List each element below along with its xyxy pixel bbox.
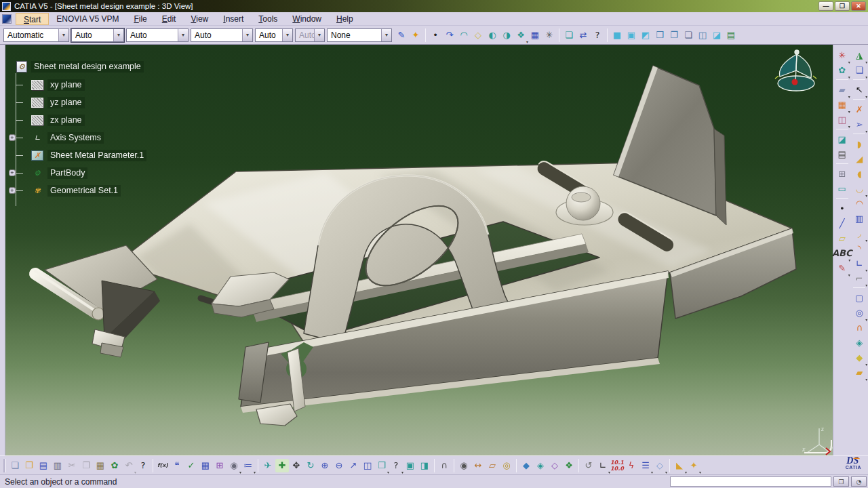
new-icon[interactable]: ❏ [8, 459, 22, 472]
normal-view-icon[interactable]: ↗ [347, 459, 360, 472]
comment-icon[interactable]: ❝ [170, 459, 184, 472]
bend-from-flat-icon[interactable]: ∟ [852, 256, 867, 270]
shading-icon[interactable]: ◆ [519, 459, 533, 472]
zoom-in-icon[interactable]: ⊕ [318, 459, 332, 472]
paste-icon[interactable]: ▦ [94, 459, 107, 472]
unfold-icon[interactable]: ⌐ [852, 270, 867, 285]
formula-icon[interactable]: f(x) [156, 459, 170, 472]
render-wireframe-icon[interactable]: ❏ [682, 28, 695, 42]
tree-node-label[interactable]: Sheet metal design example [31, 61, 144, 73]
cut-icon[interactable]: ✂ [65, 459, 79, 472]
look-at-icon[interactable]: ▣ [403, 459, 417, 472]
print-icon[interactable]: ▥ [51, 459, 64, 472]
render-shaded-icon[interactable]: ■ [610, 28, 624, 42]
surface-arc-icon[interactable]: ◠ [457, 28, 471, 42]
catalog-browser-icon[interactable]: ✿ [108, 459, 121, 472]
spline-icon[interactable]: ↷ [443, 28, 456, 42]
tree-node-label[interactable]: Axis Systems [47, 132, 104, 144]
power-input[interactable] [670, 476, 831, 487]
face-view-alt-icon[interactable]: ◑ [500, 28, 513, 42]
pan-icon[interactable]: ✥ [290, 459, 303, 472]
hem-icon[interactable]: ◡ [852, 181, 867, 196]
menu-view[interactable]: View [183, 13, 216, 25]
stamp-icon[interactable]: ◈ [852, 335, 867, 350]
wall-on-edge-icon[interactable]: ◢ [852, 151, 867, 166]
datum-save-icon[interactable]: ▤ [835, 146, 850, 161]
toolbar-overflow-indicator[interactable] [804, 440, 831, 455]
wall-icon[interactable]: ◗ [852, 136, 867, 151]
menu-window[interactable]: Window [285, 13, 329, 25]
calculator-icon[interactable]: ▦ [199, 459, 212, 472]
full-screen-icon[interactable]: ◨ [418, 459, 431, 472]
chevron-down-icon[interactable]: ▾ [282, 29, 292, 41]
face-view-icon[interactable]: ◐ [486, 28, 499, 42]
undo-icon[interactable]: ↶ [122, 459, 136, 472]
save-icon[interactable]: ▤ [37, 459, 50, 472]
chevron-down-icon[interactable]: ▾ [381, 29, 391, 41]
axis-system-icon[interactable]: ∟ [596, 459, 610, 472]
combo-auto-1[interactable]: Auto ▾ [71, 28, 124, 42]
lock-icon[interactable]: ◉ [227, 459, 241, 472]
tree-node-label[interactable]: PartBody [47, 167, 87, 179]
zoom-out-icon[interactable]: ⊖ [332, 459, 346, 472]
tree-xy-plane[interactable]: xy plane [8, 76, 212, 94]
sheet-metal-parameters-icon[interactable]: ✗ [852, 102, 867, 117]
equivalent-dimensions-icon[interactable]: ≔ [241, 459, 255, 472]
render-material-icon[interactable]: ◪ [710, 28, 724, 42]
surface-panel-icon[interactable]: ❏ [562, 28, 576, 42]
measure-between-icon[interactable]: ↔ [471, 459, 485, 472]
compass-anchor-dot[interactable] [792, 79, 798, 85]
restore-button[interactable]: ❐ [835, 1, 850, 11]
knowledge-spark-icon[interactable]: ✦ [409, 28, 422, 42]
toolbar-grip[interactable] [3, 459, 6, 472]
tree-expander-icon[interactable]: + [9, 169, 16, 176]
grid-table-icon[interactable]: ⊞ [835, 166, 850, 181]
tear-drop-icon[interactable]: ◠ [852, 196, 867, 211]
tree-sheet-metal-parameter[interactable]: ✗ Sheet Metal Parameter.1 [8, 146, 212, 164]
draft-analysis-icon[interactable]: ◇ [548, 459, 561, 472]
minimize-button[interactable]: — [818, 1, 833, 11]
update-icon[interactable]: ↺ [582, 459, 595, 472]
knowledge-edit-icon[interactable]: ✎ [395, 28, 408, 42]
menu-help[interactable]: Help [329, 13, 361, 25]
combo-auto-2[interactable]: Auto ▾ [126, 28, 189, 42]
chevron-down-icon[interactable]: ▾ [178, 29, 188, 41]
fly-mode-icon[interactable]: ✈ [261, 459, 275, 472]
tree-node-label[interactable]: Geometrical Set.1 [47, 185, 121, 197]
whats-this-icon[interactable]: ? [136, 459, 150, 472]
iso-view-icon[interactable]: ❒ [375, 459, 389, 472]
menu-start[interactable]: Start [16, 13, 49, 25]
dialog-dock-icon[interactable]: ❐ [833, 476, 849, 487]
rotate-icon[interactable]: ↻ [304, 459, 317, 472]
tree-geometrical-set[interactable]: + ✾ Geometrical Set.1 [8, 182, 212, 199]
levels-icon[interactable]: ☰ [639, 459, 652, 472]
swept-flange-icon[interactable]: ▥ [852, 211, 867, 226]
apply-material-icon[interactable]: ◈ [534, 459, 547, 472]
depth-display-icon[interactable]: ▤ [724, 28, 738, 42]
swap-32-icon[interactable]: ⇄ [576, 28, 590, 42]
grid-points-icon[interactable]: ▦ [835, 97, 850, 112]
mesh-grid-icon[interactable]: ▦ [528, 28, 542, 42]
chevron-down-icon[interactable]: ▾ [113, 29, 123, 41]
constraint-icon[interactable]: ◇ [653, 459, 667, 472]
quick-view-icon[interactable]: ? [389, 459, 403, 472]
tree-yz-plane[interactable]: yz plane [8, 94, 212, 111]
close-button[interactable]: ✕ [851, 1, 866, 11]
corner-relief-icon[interactable]: ∩ [852, 320, 867, 335]
trim-icon[interactable]: ◮ [852, 47, 867, 62]
menu-file[interactable]: File [126, 13, 154, 25]
bend-icon[interactable]: ◞ [852, 226, 867, 241]
hole-icon[interactable]: ◎ [852, 305, 867, 320]
menu-edit[interactable]: Edit [155, 13, 184, 25]
cutout-icon[interactable]: ▢ [852, 290, 867, 305]
stamp-export-icon[interactable]: ✦ [687, 459, 701, 472]
capture-icon[interactable]: ◉ [457, 459, 471, 472]
point-icon[interactable]: • [835, 201, 850, 216]
chevron-down-icon[interactable]: ▾ [314, 29, 324, 41]
generative-icon[interactable]: ϟ [625, 459, 638, 472]
tree-axis-systems[interactable]: + ∟ Axis Systems [8, 129, 212, 146]
tree-node-label[interactable]: yz plane [47, 97, 85, 108]
combo-auto-3[interactable]: Auto ▾ [191, 28, 253, 42]
check-analysis-icon[interactable]: ✓ [184, 459, 198, 472]
text-abc-icon[interactable]: ABC [835, 245, 850, 260]
